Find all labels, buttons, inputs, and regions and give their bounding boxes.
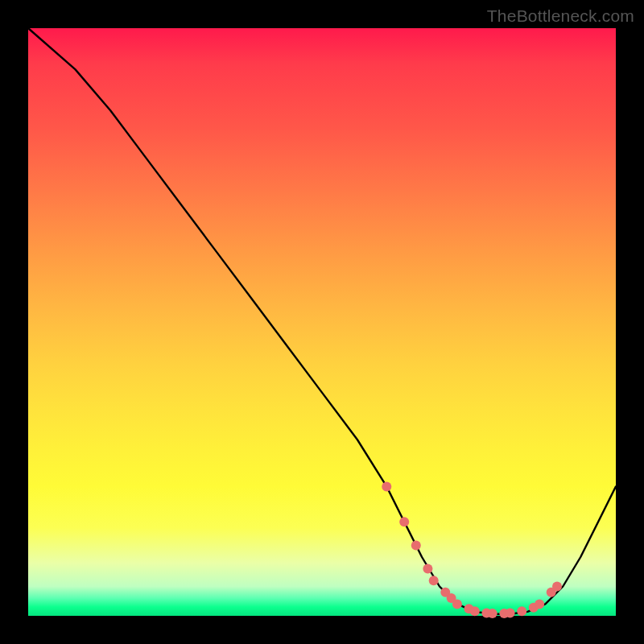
curve-marker [535,599,544,609]
curve-marker [452,599,462,609]
chart-frame: TheBottleneck.com [0,0,644,644]
curve-marker [506,608,515,617]
curve-marker [429,576,439,585]
curve-markers [382,481,562,618]
curve-marker [488,609,497,618]
curve-marker [470,606,480,616]
curve-marker [552,582,562,592]
chart-svg [28,28,616,616]
curve-marker [382,481,391,491]
watermark-text: TheBottleneck.com [487,6,634,26]
plot-area [28,28,616,616]
curve-marker [411,540,421,550]
bottleneck-curve [28,28,616,614]
curve-marker [399,517,409,526]
curve-marker [517,606,526,616]
curve-marker [423,564,432,574]
